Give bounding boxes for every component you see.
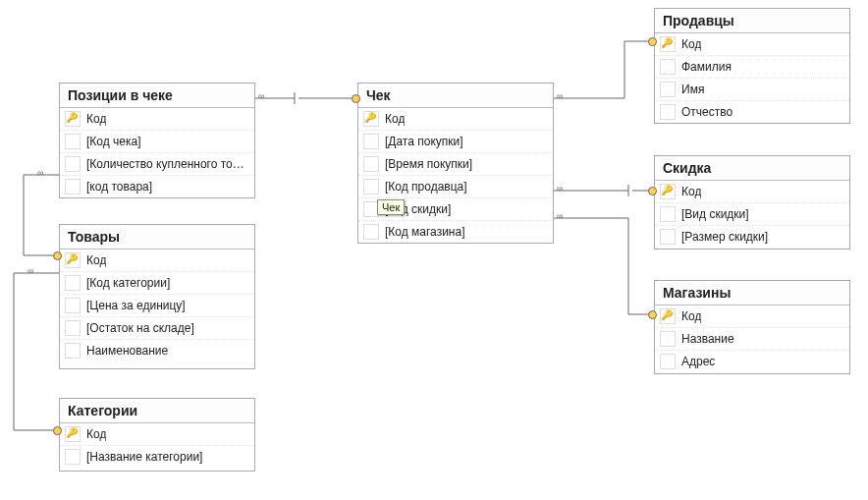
table-title[interactable]: Продавцы [655,9,849,33]
field-row[interactable]: Наименование [60,340,254,361]
table-receipt[interactable]: ЧекКод[Дата покупки][Время покупки][Код … [357,83,554,244]
field-icon [65,275,81,291]
field-row[interactable]: Код [60,108,254,131]
field-icon [363,224,379,240]
field-row[interactable]: [Размер скидки] [655,226,849,248]
field-label: [Количество купленного това... [86,157,249,171]
primary-key-icon [65,426,81,442]
field-row[interactable]: Код [60,423,254,446]
relation-many-icon: ∞ [37,168,42,178]
primary-key-icon [660,184,676,199]
field-label: Код [681,309,701,323]
field-row[interactable]: [Дата покупки] [358,131,553,153]
field-row[interactable]: Отчество [655,101,849,123]
field-icon [65,298,81,313]
field-icon [363,179,379,194]
field-label: [Время покупки] [385,157,472,171]
field-label: [Код магазина] [385,225,465,239]
field-label: [Вид скидки] [681,207,749,221]
field-label: Название [681,332,734,346]
table-title[interactable]: Чек [358,83,553,108]
field-label: [Размер скидки] [681,230,768,244]
field-row[interactable]: [Код магазина] [358,221,553,243]
field-row[interactable]: [Цена за единицу] [60,295,254,317]
field-row[interactable]: [Код продавца] [358,176,553,198]
field-icon [660,229,676,245]
field-row[interactable]: [Вид скидки] [655,203,849,226]
field-row[interactable]: Код [358,108,553,131]
field-label: Наименование [86,344,168,358]
table-title[interactable]: Позиции в чеке [60,83,254,108]
relation-many-icon: ∞ [27,266,32,276]
field-row[interactable]: Код [655,181,849,203]
field-row[interactable]: Код [60,250,254,272]
field-label: Код [681,37,701,51]
relation-end-icon [53,426,62,435]
relation-end-icon [648,187,657,195]
field-label: [Остаток на складе] [86,321,194,335]
field-row[interactable]: [Количество купленного това... [60,153,254,176]
field-icon [660,206,676,222]
field-icon [65,156,81,172]
field-label: [Код чека] [86,135,141,148]
field-row[interactable]: [код товара] [60,176,254,197]
field-icon [65,179,81,194]
table-products[interactable]: ТоварыКод[Код категории][Цена за единицу… [59,224,255,369]
table-receipt_items[interactable]: Позиции в чекеКод[Код чека][Количество к… [59,83,255,198]
field-icon [660,82,676,97]
field-label: [Цена за единицу] [86,299,186,312]
field-label: Имя [681,83,704,96]
field-row[interactable]: [Название категории] [60,446,254,468]
field-icon [660,331,676,347]
field-label: [Код категории] [86,276,170,290]
field-label: Адрес [681,355,715,368]
field-label: Фамилия [681,60,732,74]
field-row[interactable]: [Код категории] [60,272,254,295]
table-title[interactable]: Скидка [655,156,849,181]
relation-many-icon: ∞ [258,91,263,101]
field-icon [65,320,81,336]
relation-end-icon [648,310,657,319]
field-label: Отчество [681,105,732,119]
field-label: [код товара] [86,180,152,194]
field-row[interactable]: [Остаток на складе] [60,317,254,340]
field-icon [363,156,379,172]
tooltip: Чек [377,199,405,215]
field-label: Код [385,112,405,126]
table-title[interactable]: Категории [60,399,254,423]
primary-key-icon [363,111,379,127]
field-row[interactable]: Адрес [655,351,849,372]
field-label: Код [86,112,106,126]
relation-end-icon [53,251,62,260]
field-row[interactable]: [Время покупки] [358,153,553,176]
field-row[interactable]: [Код чека] [60,131,254,153]
field-row[interactable]: Название [655,328,849,351]
primary-key-icon [660,36,676,52]
field-row[interactable]: Код [655,306,849,328]
field-icon [65,449,81,465]
field-label: Код [86,253,106,267]
field-icon [660,104,676,120]
relation-many-icon: ∞ [557,211,562,221]
field-icon [660,59,676,75]
diagram-canvas[interactable]: Позиции в чекеКод[Код чека][Количество к… [0,0,868,500]
table-stores[interactable]: МагазиныКодНазваниеАдрес [654,280,850,374]
field-row[interactable]: Код [655,33,849,56]
relation-many-icon: ∞ [557,184,562,194]
field-label: [Код продавца] [385,180,467,194]
field-icon [660,354,676,369]
table-title[interactable]: Магазины [655,281,849,306]
field-row[interactable]: Имя [655,79,849,101]
field-row[interactable]: Фамилия [655,56,849,79]
primary-key-icon [65,252,81,268]
field-icon [65,134,81,149]
table-title[interactable]: Товары [60,225,254,250]
table-categories[interactable]: КатегорииКод[Название категории] [59,398,255,472]
table-sellers[interactable]: ПродавцыКодФамилияИмяОтчество [654,8,850,124]
field-label: [Название категории] [86,450,202,464]
primary-key-icon [660,308,676,324]
relation-many-icon: ∞ [557,91,562,101]
table-discount[interactable]: СкидкаКод[Вид скидки][Размер скидки] [654,155,850,250]
field-icon [363,134,379,149]
field-icon [65,343,81,359]
